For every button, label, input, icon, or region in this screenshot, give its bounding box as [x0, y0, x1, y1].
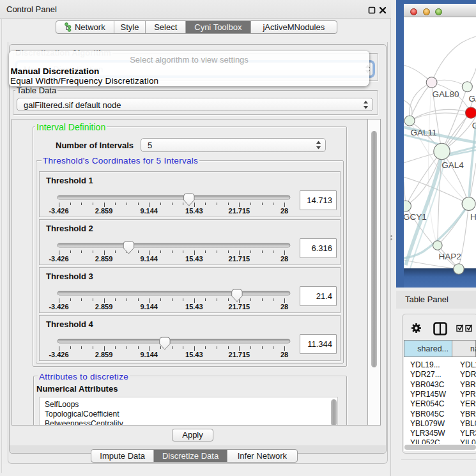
svg-text:GA: GA: [469, 94, 476, 104]
svg-text:HAP2: HAP2: [439, 252, 461, 261]
svg-text:GAL11: GAL11: [411, 128, 437, 137]
svg-text:GAL80: GAL80: [433, 89, 459, 99]
svg-text:H: H: [470, 212, 476, 222]
svg-text:GCY1: GCY1: [403, 212, 427, 222]
svg-text:CD: CD: [472, 121, 476, 130]
svg-text:GAL4: GAL4: [441, 160, 464, 170]
